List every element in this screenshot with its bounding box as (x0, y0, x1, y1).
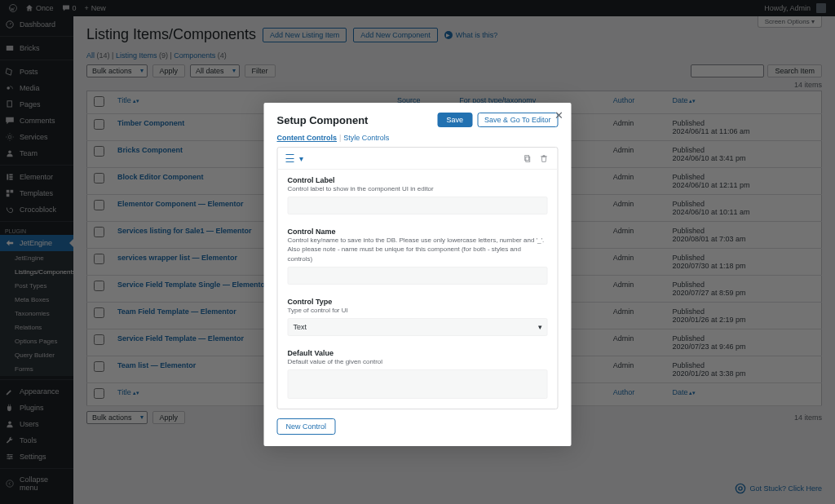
default-value-desc: Default value of the given control (288, 357, 548, 366)
default-value-input[interactable] (288, 369, 548, 399)
copy-icon[interactable] (522, 153, 533, 164)
save-button[interactable]: Save (438, 113, 473, 127)
control-type-desc: Type of control for UI (288, 306, 548, 315)
control-type-title: Control Type (288, 298, 548, 306)
modal-title: Setup Component (277, 114, 433, 126)
control-label-input[interactable] (288, 197, 548, 214)
save-go-editor-button[interactable]: Save & Go To Editor (477, 113, 558, 127)
modal-tabs: Content Controls|Style Controls (264, 134, 572, 147)
control-name-input[interactable] (288, 267, 548, 285)
control-name-desc: Control key/name to save into the DB. Pl… (288, 236, 548, 263)
close-icon[interactable]: ✕ (552, 108, 567, 122)
chevron-down-icon[interactable]: ▾ (299, 154, 303, 163)
default-value-title: Default Value (288, 349, 548, 357)
control-label-desc: Control label to show in the component U… (288, 184, 548, 193)
tab-style-controls[interactable]: Style Controls (343, 134, 389, 142)
setup-component-modal: ✕ Setup Component Save Save & Go To Edit… (264, 103, 572, 446)
control-card: ▾ Control Label Control label to show in… (277, 147, 559, 409)
control-name-title: Control Name (288, 228, 548, 236)
drag-handle-icon[interactable] (286, 154, 294, 162)
new-control-button[interactable]: New Control (277, 418, 336, 435)
trash-icon[interactable] (538, 153, 550, 164)
tab-content-controls[interactable]: Content Controls (277, 134, 338, 142)
control-type-select[interactable]: Text▾ (288, 318, 548, 336)
chevron-down-icon: ▾ (538, 323, 542, 331)
control-label-title: Control Label (288, 176, 548, 184)
